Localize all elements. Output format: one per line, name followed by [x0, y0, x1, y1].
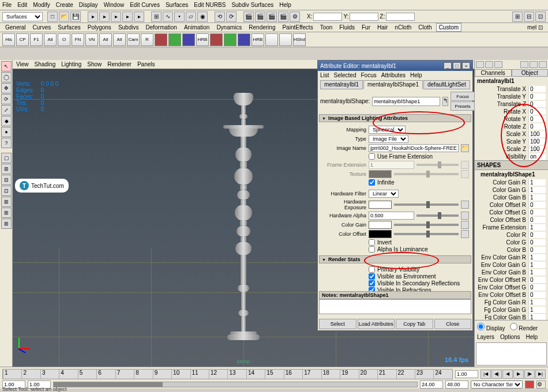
layout-icon[interactable]: ⊞ [1, 208, 12, 218]
shelf-tab[interactable]: Surfaces [55, 23, 83, 32]
load-attrs-button[interactable]: Load Attributes [358, 319, 395, 329]
channel-attr[interactable]: Frame Extension1 [475, 224, 548, 231]
channel-attr[interactable]: Color G0 [475, 239, 548, 246]
shelf-tab[interactable]: Animation [181, 23, 212, 32]
node-name[interactable]: mentalrayIbl1 [475, 77, 548, 85]
shelf-button[interactable]: VN [85, 33, 98, 46]
cb-icon[interactable] [485, 61, 493, 68]
ae-menu-selected[interactable]: Selected [334, 72, 356, 78]
select-button[interactable]: Select [319, 319, 356, 329]
save-scene-icon[interactable]: 💾 [70, 12, 81, 22]
close-icon[interactable]: × [462, 62, 470, 69]
ibl-section-header[interactable]: Image Based Lighting Attributes [319, 114, 471, 122]
channel-attr[interactable]: Color B0 [475, 246, 548, 254]
shelf-tab[interactable]: Dynamics [213, 23, 245, 32]
channel-attr[interactable]: Scale Z100 [475, 145, 548, 153]
shape-name-field[interactable] [372, 97, 440, 106]
cb-icon[interactable] [520, 61, 528, 68]
timeline-ruler[interactable]: 123456789101112131415161718192021222324 [2, 369, 453, 379]
render-icon[interactable]: 🎬 [278, 12, 288, 22]
shelf-button[interactable]: FN [72, 33, 84, 46]
channel-attr[interactable]: Color Gain R1 [475, 179, 548, 186]
ae-tab[interactable]: mentalrayIbl1 [320, 80, 363, 89]
shelf-tab[interactable]: Fur [359, 23, 373, 32]
render-radio[interactable]: Render [510, 323, 538, 331]
hw-filter-select[interactable]: Linear [369, 190, 399, 198]
anim-end-field[interactable] [445, 380, 468, 389]
auto-key-icon[interactable] [525, 380, 534, 389]
minimize-icon[interactable]: _ [444, 62, 452, 69]
layout-four-icon[interactable]: ⊞ [1, 164, 12, 174]
shelf-button[interactable] [210, 33, 223, 46]
menu-modify[interactable]: Modify [33, 2, 50, 8]
infinite-checkbox[interactable] [369, 179, 375, 186]
manip-tool-icon[interactable]: ◆ [1, 116, 12, 126]
soft-tool-icon[interactable]: ● [1, 127, 12, 137]
connect-icon[interactable] [461, 201, 469, 209]
shelf-button[interactable]: All [99, 33, 112, 46]
select-tool-icon[interactable]: ↖ [1, 61, 12, 71]
sel-mask-icon[interactable]: ▸ [99, 12, 110, 22]
shelf-button[interactable]: His [2, 33, 15, 46]
channel-attr[interactable]: Env Color Gain B1 [475, 269, 548, 276]
go-upstream-icon[interactable]: ↰ [442, 97, 448, 106]
layout-icon[interactable]: ⊟ [1, 175, 12, 185]
cb-icon[interactable] [494, 61, 502, 68]
render-icon[interactable]: 🎬 [267, 12, 277, 22]
sel-mask-icon[interactable]: ▸ [134, 12, 144, 22]
shelf-tab[interactable]: General [2, 23, 29, 32]
focus-button[interactable]: Focus [451, 92, 475, 101]
module-selector[interactable]: Surfaces [2, 12, 43, 21]
shelf-button[interactable] [155, 33, 167, 46]
channel-attr[interactable]: Rotate X0 [475, 108, 548, 115]
menu-subdiv[interactable]: Subdiv Surfaces [231, 2, 273, 8]
connect-icon[interactable] [461, 230, 469, 238]
snap-live-icon[interactable]: ◉ [197, 12, 208, 22]
vp-menu-view[interactable]: View [16, 61, 29, 67]
invert-checkbox[interactable] [369, 239, 375, 246]
shelf-button[interactable]: All [113, 33, 126, 46]
hw-exposure-slider[interactable] [394, 203, 459, 206]
shelf-tab[interactable]: Polygons [85, 23, 114, 32]
vp-menu-lighting[interactable]: Lighting [61, 61, 81, 67]
channel-attr[interactable]: Env Color Offset G0 [475, 284, 548, 291]
channel-attr[interactable]: Env Color Gain R1 [475, 254, 548, 261]
prefs-icon[interactable]: ⚙ [536, 380, 546, 389]
snap-curve-icon[interactable]: ∿ [163, 12, 173, 22]
shelf-tab[interactable]: Rendering [246, 23, 278, 32]
display-radio[interactable]: Display [477, 323, 505, 331]
go-end-icon[interactable]: ▶| [535, 370, 546, 379]
sel-mask-icon[interactable]: ▸ [88, 12, 98, 22]
channels-tab[interactable]: Channels [475, 69, 512, 77]
shelf-button[interactable] [238, 33, 250, 46]
move-tool-icon[interactable]: ✥ [1, 83, 12, 93]
shelf-button[interactable] [279, 33, 292, 46]
menu-window[interactable]: Window [104, 2, 125, 8]
channel-attr[interactable]: Color R0 [475, 231, 548, 239]
channel-attr[interactable]: Translate Y0 [475, 93, 548, 100]
shelf-tab[interactable]: Fluids [336, 23, 358, 32]
shelf-tab[interactable]: Toon [317, 23, 336, 32]
channel-attr[interactable]: Color Offset G0 [475, 209, 548, 216]
maximize-icon[interactable]: □ [453, 62, 461, 69]
primary-vis-checkbox[interactable] [369, 266, 375, 273]
ae-menu-list[interactable]: List [320, 72, 329, 78]
shape-node-name[interactable]: mentalrayIblShape1 [475, 170, 548, 179]
type-select[interactable]: Image File [369, 135, 408, 143]
shelf-tab[interactable]: Hair [374, 23, 391, 32]
y-field[interactable] [350, 13, 378, 21]
play-fwd-icon[interactable]: ▶ [513, 370, 524, 379]
shelf-button[interactable] [182, 33, 195, 46]
layout-icon[interactable]: ⊞ [1, 197, 12, 207]
hookah-model[interactable] [209, 93, 278, 367]
snap-plane-icon[interactable]: ▱ [186, 12, 196, 22]
channel-attr[interactable]: Visibilityon [475, 153, 548, 160]
shelf-tab[interactable]: PaintEffects [279, 23, 316, 32]
channel-attr[interactable]: Color Offset B0 [475, 216, 548, 224]
channel-attr[interactable]: Color Gain B1 [475, 194, 548, 201]
channel-attr[interactable]: Fg Color Gain R1 [475, 299, 548, 306]
last-tool-icon[interactable]: ? [1, 138, 12, 148]
shelf-tab-custom[interactable]: Custom [436, 23, 461, 32]
close-button[interactable]: Close [434, 319, 472, 329]
open-scene-icon[interactable]: 📂 [59, 12, 69, 22]
